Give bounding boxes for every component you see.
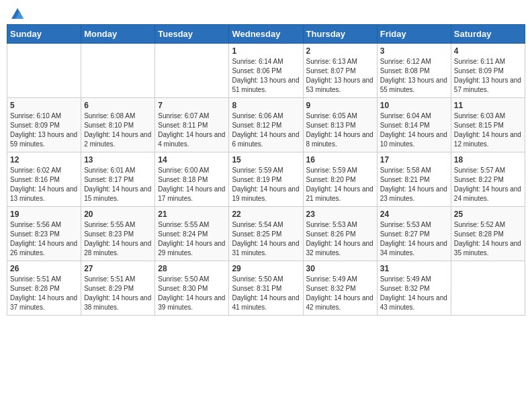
daylight-text: Daylight: 14 hours and 19 minutes. [232, 185, 300, 203]
day-number: 23 [306, 210, 374, 219]
calendar-week-4: 19Sunrise: 5:56 AMSunset: 8:23 PMDayligh… [7, 207, 525, 261]
day-number: 24 [380, 210, 448, 219]
day-number: 21 [158, 210, 226, 219]
calendar-week-3: 12Sunrise: 6:02 AMSunset: 8:16 PMDayligh… [7, 152, 525, 207]
calendar-table: SundayMondayTuesdayWednesdayThursdayFrid… [7, 24, 525, 316]
day-info: Sunrise: 6:11 AMSunset: 8:09 PMDaylight:… [454, 57, 522, 95]
calendar-cell: 27Sunrise: 5:51 AMSunset: 8:29 PMDayligh… [81, 261, 155, 316]
daylight-text: Daylight: 14 hours and 12 minutes. [454, 130, 522, 149]
daylight-text: Daylight: 14 hours and 41 minutes. [232, 293, 300, 312]
day-number: 6 [84, 101, 152, 110]
daylight-text: Daylight: 14 hours and 15 minutes. [84, 185, 152, 203]
day-info: Sunrise: 6:07 AMSunset: 8:11 PMDaylight:… [158, 111, 226, 149]
daylight-text: Daylight: 14 hours and 29 minutes. [158, 239, 226, 258]
calendar-cell: 18Sunrise: 5:57 AMSunset: 8:22 PMDayligh… [451, 152, 525, 207]
day-info: Sunrise: 6:13 AMSunset: 8:07 PMDaylight:… [306, 57, 374, 95]
day-info: Sunrise: 5:55 AMSunset: 8:24 PMDaylight:… [158, 220, 226, 258]
sunrise-text: Sunrise: 6:05 AM [306, 111, 374, 121]
day-number: 3 [380, 46, 448, 56]
sunrise-text: Sunrise: 6:11 AM [454, 57, 522, 66]
day-number: 2 [306, 46, 374, 56]
sunrise-text: Sunrise: 6:07 AM [158, 111, 226, 121]
day-info: Sunrise: 5:49 AMSunset: 8:32 PMDaylight:… [380, 275, 448, 312]
daylight-text: Daylight: 14 hours and 2 minutes. [84, 130, 152, 149]
sunrise-text: Sunrise: 6:12 AM [380, 57, 448, 66]
calendar-cell: 24Sunrise: 5:53 AMSunset: 8:27 PMDayligh… [377, 207, 451, 261]
daylight-text: Daylight: 14 hours and 28 minutes. [84, 239, 152, 258]
sunset-text: Sunset: 8:13 PM [306, 121, 374, 130]
daylight-text: Daylight: 13 hours and 51 minutes. [232, 76, 300, 95]
sunrise-text: Sunrise: 6:13 AM [306, 57, 374, 66]
sunrise-text: Sunrise: 6:10 AM [10, 111, 78, 121]
daylight-text: Daylight: 13 hours and 59 minutes. [10, 130, 78, 149]
daylight-text: Daylight: 14 hours and 42 minutes. [306, 293, 374, 312]
day-info: Sunrise: 6:10 AMSunset: 8:09 PMDaylight:… [10, 111, 78, 149]
day-info: Sunrise: 5:57 AMSunset: 8:22 PMDaylight:… [454, 166, 522, 203]
sunset-text: Sunset: 8:28 PM [454, 230, 522, 239]
daylight-text: Daylight: 14 hours and 32 minutes. [306, 239, 374, 258]
daylight-text: Daylight: 14 hours and 6 minutes. [232, 130, 300, 149]
day-number: 5 [10, 101, 78, 110]
day-info: Sunrise: 5:51 AMSunset: 8:28 PMDaylight:… [10, 275, 78, 312]
sunrise-text: Sunrise: 5:57 AM [454, 166, 522, 175]
calendar-cell: 31Sunrise: 5:49 AMSunset: 8:32 PMDayligh… [377, 261, 451, 316]
sunset-text: Sunset: 8:18 PM [158, 175, 226, 185]
day-info: Sunrise: 6:04 AMSunset: 8:14 PMDaylight:… [380, 111, 448, 149]
calendar-cell: 4Sunrise: 6:11 AMSunset: 8:09 PMDaylight… [451, 44, 525, 98]
sunrise-text: Sunrise: 5:55 AM [158, 220, 226, 230]
calendar-cell: 13Sunrise: 6:01 AMSunset: 8:17 PMDayligh… [81, 152, 155, 207]
calendar-cell: 16Sunrise: 5:59 AMSunset: 8:20 PMDayligh… [303, 152, 377, 207]
calendar-cell: 30Sunrise: 5:49 AMSunset: 8:32 PMDayligh… [303, 261, 377, 316]
sunset-text: Sunset: 8:28 PM [10, 284, 78, 293]
sunset-text: Sunset: 8:08 PM [380, 66, 448, 76]
day-info: Sunrise: 6:06 AMSunset: 8:12 PMDaylight:… [232, 111, 300, 149]
sunrise-text: Sunrise: 5:49 AM [380, 275, 448, 284]
sunset-text: Sunset: 8:10 PM [84, 121, 152, 130]
day-info: Sunrise: 6:12 AMSunset: 8:08 PMDaylight:… [380, 57, 448, 95]
sunset-text: Sunset: 8:06 PM [232, 66, 300, 76]
sunrise-text: Sunrise: 5:55 AM [84, 220, 152, 230]
day-number: 4 [454, 46, 522, 56]
calendar-cell: 6Sunrise: 6:08 AMSunset: 8:10 PMDaylight… [81, 98, 155, 152]
daylight-text: Daylight: 14 hours and 10 minutes. [380, 130, 448, 149]
sunset-text: Sunset: 8:11 PM [158, 121, 226, 130]
daylight-text: Daylight: 14 hours and 21 minutes. [306, 185, 374, 203]
day-number: 12 [10, 155, 78, 165]
day-info: Sunrise: 5:49 AMSunset: 8:32 PMDaylight:… [306, 275, 374, 312]
day-number: 7 [158, 101, 226, 110]
calendar-cell: 26Sunrise: 5:51 AMSunset: 8:28 PMDayligh… [7, 261, 81, 316]
day-info: Sunrise: 5:56 AMSunset: 8:23 PMDaylight:… [10, 220, 78, 258]
calendar-cell: 9Sunrise: 6:05 AMSunset: 8:13 PMDaylight… [303, 98, 377, 152]
sunrise-text: Sunrise: 6:01 AM [84, 166, 152, 175]
day-number: 9 [306, 101, 374, 110]
sunset-text: Sunset: 8:32 PM [306, 284, 374, 293]
sunrise-text: Sunrise: 6:08 AM [84, 111, 152, 121]
day-number: 15 [232, 155, 300, 165]
calendar-cell: 23Sunrise: 5:53 AMSunset: 8:26 PMDayligh… [303, 207, 377, 261]
calendar-cell: 1Sunrise: 6:14 AMSunset: 8:06 PMDaylight… [229, 44, 303, 98]
daylight-text: Daylight: 14 hours and 17 minutes. [158, 185, 226, 203]
daylight-text: Daylight: 13 hours and 57 minutes. [454, 76, 522, 95]
sunset-text: Sunset: 8:29 PM [84, 284, 152, 293]
sunset-text: Sunset: 8:09 PM [10, 121, 78, 130]
calendar-cell: 15Sunrise: 5:59 AMSunset: 8:19 PMDayligh… [229, 152, 303, 207]
calendar-cell: 28Sunrise: 5:50 AMSunset: 8:30 PMDayligh… [155, 261, 229, 316]
daylight-text: Daylight: 14 hours and 24 minutes. [454, 185, 522, 203]
sunset-text: Sunset: 8:25 PM [232, 230, 300, 239]
calendar-cell [451, 261, 525, 316]
sunset-text: Sunset: 8:15 PM [454, 121, 522, 130]
sunrise-text: Sunrise: 5:51 AM [10, 275, 78, 284]
day-number: 22 [232, 210, 300, 219]
sunrise-text: Sunrise: 5:52 AM [454, 220, 522, 230]
day-info: Sunrise: 6:05 AMSunset: 8:13 PMDaylight:… [306, 111, 374, 149]
sunset-text: Sunset: 8:09 PM [454, 66, 522, 76]
sunrise-text: Sunrise: 5:58 AM [380, 166, 448, 175]
day-number: 1 [232, 46, 300, 56]
calendar-cell: 25Sunrise: 5:52 AMSunset: 8:28 PMDayligh… [451, 207, 525, 261]
daylight-text: Daylight: 14 hours and 13 minutes. [10, 185, 78, 203]
day-number: 17 [380, 155, 448, 165]
sunset-text: Sunset: 8:23 PM [10, 230, 78, 239]
calendar-cell: 17Sunrise: 5:58 AMSunset: 8:21 PMDayligh… [377, 152, 451, 207]
sunrise-text: Sunrise: 5:54 AM [232, 220, 300, 230]
calendar-cell: 20Sunrise: 5:55 AMSunset: 8:23 PMDayligh… [81, 207, 155, 261]
